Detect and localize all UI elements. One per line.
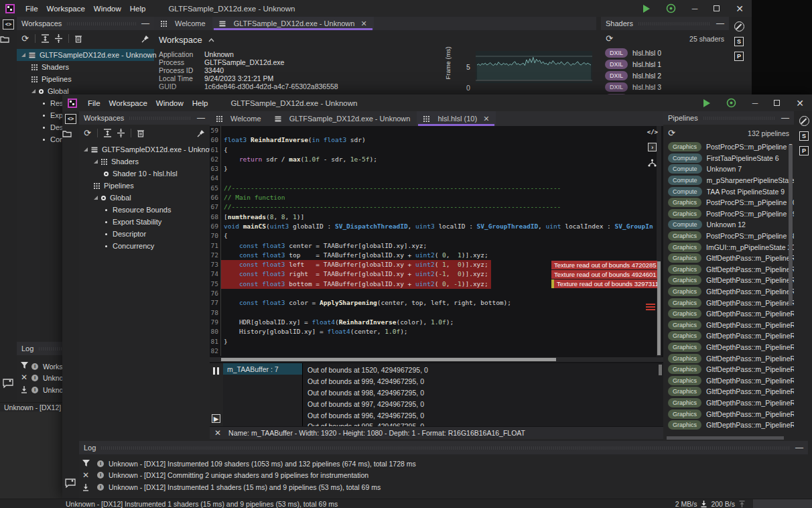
panel-minimize-icon[interactable]: — xyxy=(197,113,205,123)
scrollbar-thumb[interactable] xyxy=(657,261,661,355)
tree-item[interactable]: Global xyxy=(79,192,210,204)
download-log-icon[interactable] xyxy=(82,484,89,491)
debug-message[interactable]: Out of bounds at 998, 4294967295, 0 xyxy=(303,387,663,399)
tab-welcome[interactable]: Welcome xyxy=(210,111,268,126)
filter-icon[interactable] xyxy=(21,362,28,369)
menu-item-workspace[interactable]: Workspace xyxy=(109,99,147,107)
pin-icon[interactable] xyxy=(197,129,205,137)
shaders-view-icon[interactable]: S xyxy=(799,131,809,141)
code-line[interactable]: 66// Main function xyxy=(210,193,663,202)
tab-hlsl-hlsl-10-[interactable]: hlsl.hlsl (10)✕ xyxy=(417,111,496,126)
pipeline-list-item[interactable]: GraphicsGltfDepthPass::m_PipelineRender … xyxy=(663,397,794,409)
minimize-icon[interactable]: ─ xyxy=(752,100,758,107)
code-view-icon[interactable]: <> xyxy=(65,114,76,124)
panel-minimize-icon[interactable]: — xyxy=(716,19,724,28)
code-line[interactable]: 59 xyxy=(210,126,663,135)
download-log-icon[interactable] xyxy=(21,386,27,393)
clear-log-icon[interactable]: ✕ xyxy=(82,472,89,479)
code-line[interactable]: 78 xyxy=(210,308,663,318)
refresh-icon[interactable]: ⟳ xyxy=(668,129,675,137)
menu-item-workspace[interactable]: Workspace xyxy=(47,5,85,13)
code-line[interactable]: 64 xyxy=(210,174,663,183)
code-line[interactable]: 65//------------------------------------… xyxy=(210,184,663,193)
code-line[interactable]: 79 HDR[globalID.xy] = float4(ReinhardInv… xyxy=(210,318,663,327)
pipeline-list-item[interactable]: GraphicsPostProcPS::m_pPipeline 5 xyxy=(663,141,794,153)
pipeline-list-item[interactable]: ComputeFirstTaaPipelineState 6 xyxy=(663,153,794,164)
shader-list-item[interactable]: DXILhlsl.hlsl 1 xyxy=(601,58,729,70)
pipeline-list-item[interactable]: GraphicsGltfDepthPass::m_PipelineRender … xyxy=(663,275,794,286)
pipeline-list-item[interactable]: GraphicsGltfDepthPass::m_PipelineRender … xyxy=(663,297,794,308)
code-line[interactable]: 70{ xyxy=(210,231,663,241)
panel-minimize-icon[interactable]: — xyxy=(795,443,803,452)
code-line[interactable]: 61{ xyxy=(210,145,663,155)
branch-icon[interactable] xyxy=(648,159,657,167)
play-icon[interactable] xyxy=(643,5,650,13)
log-entry[interactable]: iUnknown - [DX12] Instrumented 1 shaders… xyxy=(97,481,808,493)
pipeline-list-item[interactable]: Computem_pSharpenerPipelineState 8 xyxy=(663,175,794,186)
expander-icon[interactable] xyxy=(94,160,98,164)
tree-item[interactable]: Shaders xyxy=(17,61,154,73)
tree-item[interactable]: Pipelines xyxy=(79,180,210,192)
tab-close-icon[interactable]: ✕ xyxy=(360,19,366,28)
code-line[interactable]: 81} xyxy=(210,337,663,346)
debug-resource-item[interactable]: m_TAABuffer : 7 xyxy=(223,363,302,375)
minimize-icon[interactable]: ─ xyxy=(692,5,698,12)
close-info-icon[interactable]: ✕ xyxy=(214,430,221,436)
pipeline-list-item[interactable]: GraphicsGltfDepthPass::m_PipelineRender … xyxy=(663,330,794,342)
debug-message[interactable]: Out of bounds at 999, 4294967295, 0 xyxy=(303,376,663,387)
expander-icon[interactable] xyxy=(21,53,25,57)
shader-list-item[interactable]: DXILhlsl.hlsl 0 xyxy=(601,47,729,58)
pipeline-list-item[interactable]: GraphicsPostProcPS::m_pPipeline 18 xyxy=(663,231,794,242)
tab-gltfsample-dx12d-exe-unknown[interactable]: GLTFSample_DX12d.exe - Unknown xyxy=(268,111,417,126)
pipelines-view-icon[interactable]: P xyxy=(734,52,744,61)
code-line[interactable]: 80 History[globalID.xy] = float4(center,… xyxy=(210,327,663,336)
pipeline-list-item[interactable]: GraphicsGltfDepthPass::m_PipelineRender … xyxy=(663,264,794,275)
scrollbar-thumb[interactable] xyxy=(789,145,793,306)
shader-list-item[interactable]: DXILhlsl.hlsl 3 xyxy=(601,81,729,92)
menu-item-window[interactable]: Window xyxy=(94,5,121,13)
expander-icon[interactable] xyxy=(84,147,88,151)
annotations-icon[interactable] xyxy=(734,21,744,31)
tab-welcome[interactable]: Welcome xyxy=(154,17,212,30)
pipelines-view-icon[interactable]: P xyxy=(799,146,809,155)
code-editor[interactable]: 5960float3 ReinhardInverse(in float3 sdr… xyxy=(210,126,663,357)
pipeline-list-item[interactable]: GraphicsGltfDepthPass::m_PipelineRender … xyxy=(663,386,794,397)
play-step-icon[interactable]: ▶ xyxy=(212,414,220,423)
attach-icon[interactable] xyxy=(726,98,736,108)
code-line[interactable]: 63} xyxy=(210,164,663,174)
play-icon[interactable] xyxy=(703,99,710,107)
tree-item[interactable]: Shader 10 - hlsl.hlsl xyxy=(79,168,210,180)
log-entry[interactable]: iUnknown - [DX12] Committing 2 unique sh… xyxy=(97,470,808,482)
source-code-icon[interactable]: </> xyxy=(647,129,658,135)
menu-item-help[interactable]: Help xyxy=(192,99,208,107)
menu-item-file[interactable]: File xyxy=(25,5,38,13)
pipeline-list-item[interactable]: ComputeUnknown 12 xyxy=(663,219,794,231)
pipeline-list-item[interactable]: GraphicsGltfDepthPass::m_PipelineRender … xyxy=(663,342,794,353)
code-line[interactable]: 82 xyxy=(210,346,663,356)
tab-close-icon[interactable]: ✕ xyxy=(483,115,489,123)
trash-icon[interactable] xyxy=(137,129,144,137)
filter-icon[interactable] xyxy=(82,460,90,466)
code-line[interactable]: 72 const float3 top = TAABuffer[globalID… xyxy=(210,251,663,260)
pipeline-list-item[interactable]: ComputeUnknown 7 xyxy=(663,164,794,175)
close-icon[interactable]: ✕ xyxy=(736,4,744,13)
pipeline-list-item[interactable]: GraphicsGltfDepthPass::m_PipelineRender … xyxy=(663,253,794,264)
folder-icon[interactable] xyxy=(62,130,72,137)
error-menu-icon[interactable] xyxy=(646,304,655,310)
code-view-icon[interactable]: <> xyxy=(3,19,14,29)
code-line[interactable]: 62 return sdr / max(1.0f - sdr, 1e-5f); xyxy=(210,155,663,164)
pipeline-list-item[interactable]: GraphicsGltfDepthPass::m_PipelineRender … xyxy=(663,364,794,375)
pipeline-list-item[interactable]: GraphicsGltfDepthPass::m_PipelineRender … xyxy=(663,353,794,364)
refresh-icon[interactable]: ⟳ xyxy=(606,34,613,43)
code-line[interactable]: 69void mainCS(uint3 globalID : SV_Dispat… xyxy=(210,222,663,231)
menu-item-window[interactable]: Window xyxy=(156,99,184,107)
pipeline-list-item[interactable]: GraphicsGltfDepthPass::m_PipelineRender … xyxy=(663,308,794,320)
collapse-all-icon[interactable] xyxy=(55,34,62,43)
refresh-icon[interactable]: ⟳ xyxy=(84,129,91,137)
panel-minimize-icon[interactable]: — xyxy=(141,19,149,28)
error-annotation[interactable]: Texture read out of bounds 4924601 xyxy=(551,270,657,279)
maximize-icon[interactable] xyxy=(774,100,780,106)
editor-horizontal-scrollbar[interactable] xyxy=(210,357,663,362)
collapse-all-icon[interactable] xyxy=(117,129,125,137)
code-line[interactable]: 71 const float3 center = TAABuffer[globa… xyxy=(210,241,663,251)
